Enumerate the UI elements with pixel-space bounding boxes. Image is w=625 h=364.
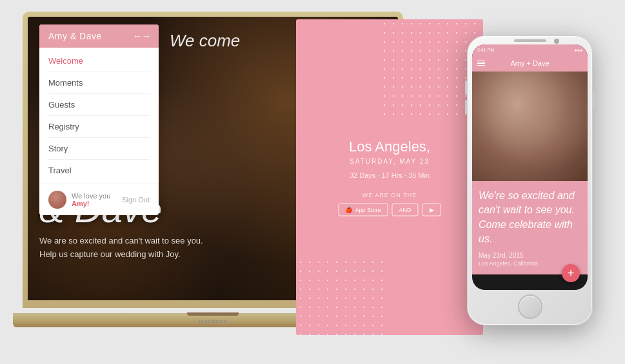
iphone-nav-title: Amy + Dave xyxy=(510,59,549,67)
sign-out-button[interactable]: Sign Out xyxy=(122,196,150,204)
iphone-vol-up-button xyxy=(465,81,467,95)
iphone-status-bar: 3:41 PM ●●● xyxy=(472,44,588,55)
nav-header: Amy & Dave ← → xyxy=(39,24,159,48)
welcome-label: We come xyxy=(170,31,240,50)
macbook-notch xyxy=(187,312,239,316)
iphone-fab[interactable]: + xyxy=(562,264,580,282)
nav-item-guests[interactable]: Guests xyxy=(39,95,159,114)
nav-item-story[interactable]: Story xyxy=(39,139,159,158)
nav-arrows[interactable]: ← → xyxy=(133,31,150,41)
macbook-label: Macbook xyxy=(199,318,227,325)
nav-items-list: Welcome Moments Guests Registry Story Tr… xyxy=(39,48,159,184)
user-name: Amy! xyxy=(72,200,90,207)
pink-panel-content: Los Angeles, Saturday, May 23 32 Days · … xyxy=(306,139,474,216)
and-label: AND xyxy=(392,204,419,216)
iphone-photo xyxy=(472,72,588,181)
nav-item-registry[interactable]: Registry xyxy=(39,117,159,136)
fab-plus-icon: + xyxy=(568,267,575,279)
event-location: Los Angeles, xyxy=(306,139,474,155)
play-store-button[interactable]: ▶ xyxy=(422,204,441,216)
nav-divider-3 xyxy=(48,115,150,116)
apple-icon: 🍎 xyxy=(345,207,352,213)
iphone-screen-inner: 3:41 PM ●●● Amy + Dave We're so excit xyxy=(472,44,588,290)
nav-divider-2 xyxy=(48,93,150,94)
play-icon: ▶ xyxy=(430,207,434,213)
iphone-menu-icon[interactable] xyxy=(477,61,485,66)
menu-line-1 xyxy=(477,61,485,62)
nav-dropdown: Amy & Dave ← → Welcome Moments Guests Re… xyxy=(39,24,159,215)
app-store-label: App Store xyxy=(355,207,381,213)
nav-item-travel[interactable]: Travel xyxy=(39,161,159,180)
nav-item-moments[interactable]: Moments xyxy=(39,73,159,92)
iphone-screen: 3:41 PM ●●● Amy + Dave We're so excit xyxy=(472,44,588,290)
nav-divider xyxy=(48,72,150,72)
iphone-home-button[interactable] xyxy=(518,294,542,319)
iphone-power-button xyxy=(593,90,595,110)
countdown: 32 Days · 17 Hrs · 35 Min xyxy=(306,171,474,179)
menu-line-3 xyxy=(477,65,485,66)
nav-title: Amy & Dave xyxy=(48,31,102,41)
nav-item-welcome[interactable]: Welcome xyxy=(39,52,159,70)
nav-divider-4 xyxy=(48,137,150,138)
app-label: WE ARE ON THE xyxy=(306,192,474,198)
iphone-text-section: We're so excited and can't wait to see y… xyxy=(472,181,588,274)
screen-welcome-text: We come xyxy=(170,31,240,51)
iphone-main-text: We're so excited and can't wait to see y… xyxy=(479,189,581,247)
iphone: 3:41 PM ●●● Amy + Dave We're so excit xyxy=(467,35,593,325)
user-text: We love you Amy! xyxy=(72,192,122,207)
iphone-nav-bar: Amy + Dave xyxy=(472,55,588,72)
nav-footer: We love you Amy! Sign Out xyxy=(39,184,159,215)
iphone-vol-down-button xyxy=(465,100,467,114)
status-signal: ●●● xyxy=(574,48,582,52)
dots-pattern-bottom xyxy=(296,258,386,335)
pink-panel: Los Angeles, Saturday, May 23 32 Days · … xyxy=(296,19,483,335)
iphone-date: May 23rd, 2015 xyxy=(479,252,581,259)
scene: Los Angeles, Saturday, May 23 32 Days · … xyxy=(0,0,625,364)
iphone-camera xyxy=(554,39,559,44)
app-store-button[interactable]: 🍎 App Store xyxy=(338,204,388,216)
status-time: 3:41 PM xyxy=(477,48,494,52)
iphone-speaker xyxy=(514,39,546,42)
app-store-buttons: 🍎 App Store AND ▶ xyxy=(306,204,474,216)
nav-divider-5 xyxy=(48,159,150,160)
menu-line-2 xyxy=(477,62,485,64)
avatar xyxy=(48,191,66,209)
event-date: Saturday, May 23 xyxy=(306,158,474,165)
user-greeting: We love you xyxy=(72,192,110,200)
